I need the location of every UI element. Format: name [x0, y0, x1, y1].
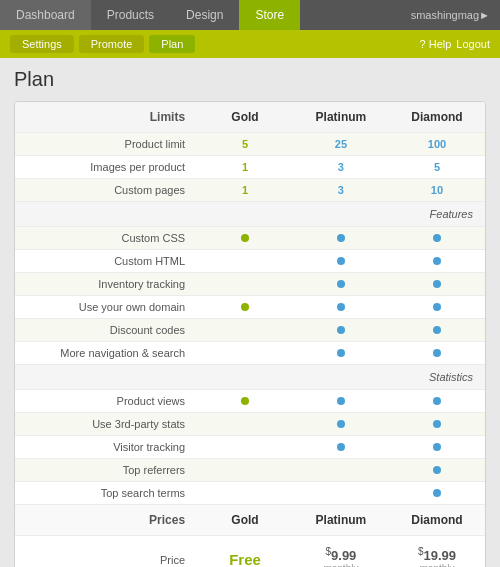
dot-icon [433, 466, 441, 474]
user-info: smashingmag ► [411, 0, 500, 30]
gold-price-header: Gold [197, 505, 293, 536]
nav-store[interactable]: Store [239, 0, 300, 30]
platinum-price-header: Platinum [293, 505, 389, 536]
dot-icon [433, 234, 441, 242]
gold-dot [197, 273, 293, 296]
help-button[interactable]: ? Help [420, 38, 452, 50]
diamond-value: 5 [389, 156, 485, 179]
row-label: Top referrers [15, 459, 197, 482]
row-label: Custom CSS [15, 227, 197, 250]
dot-icon [337, 443, 345, 451]
subnav-settings[interactable]: Settings [10, 35, 74, 53]
dot-icon [337, 349, 345, 357]
dot-icon [433, 349, 441, 357]
limits-section-label: Limits [15, 102, 197, 133]
diamond-dot [389, 436, 485, 459]
features-section-label: Features [15, 202, 485, 227]
subnav-plan[interactable]: Plan [149, 35, 195, 53]
dot-icon [337, 420, 345, 428]
logout-button[interactable]: Logout [456, 38, 490, 50]
dot-icon [241, 397, 249, 405]
diamond-dot [389, 459, 485, 482]
platinum-value: 3 [293, 156, 389, 179]
dot-icon [337, 280, 345, 288]
section-limits-header: Limits Gold Platinum Diamond [15, 102, 485, 133]
diamond-price-header: Diamond [389, 505, 485, 536]
table-row: Product views [15, 390, 485, 413]
gold-value: 5 [197, 133, 293, 156]
diamond-dot [389, 319, 485, 342]
table-row: Use 3rd-party stats [15, 413, 485, 436]
dot-icon [337, 326, 345, 334]
gold-dot [197, 296, 293, 319]
diamond-value: 100 [389, 133, 485, 156]
nav-products[interactable]: Products [91, 0, 170, 30]
table-row: Top referrers [15, 459, 485, 482]
gold-price: Free [197, 536, 293, 568]
page-title: Plan [14, 68, 486, 91]
nav-design[interactable]: Design [170, 0, 239, 30]
table-row: Discount codes [15, 319, 485, 342]
row-label: Use your own domain [15, 296, 197, 319]
platinum-dot [293, 273, 389, 296]
page-content: Plan Limits Gold Platinum Diamond Produc… [0, 58, 500, 567]
dot-icon [433, 303, 441, 311]
platinum-period: monthly [301, 563, 381, 567]
free-price-label: Free [229, 551, 261, 567]
platinum-value: 25 [293, 133, 389, 156]
row-label: Product views [15, 390, 197, 413]
table-row: More navigation & search [15, 342, 485, 365]
subnav-promote[interactable]: Promote [79, 35, 145, 53]
diamond-dot [389, 413, 485, 436]
platinum-header: Platinum [293, 102, 389, 133]
dot-icon [433, 257, 441, 265]
dot-icon [337, 234, 345, 242]
platinum-price-display: $9.99 monthly [301, 550, 381, 567]
platinum-dot [293, 459, 389, 482]
diamond-dot [389, 227, 485, 250]
price-label: Price [15, 536, 197, 568]
gold-dot [197, 482, 293, 505]
table-row: Top search terms [15, 482, 485, 505]
row-label: More navigation & search [15, 342, 197, 365]
platinum-value: 3 [293, 179, 389, 202]
diamond-dot [389, 390, 485, 413]
dot-icon [241, 234, 249, 242]
platinum-dot [293, 436, 389, 459]
price-row: Price Free $9.99 monthly $19.99 monthly [15, 536, 485, 568]
dot-icon [337, 257, 345, 265]
dot-icon [433, 326, 441, 334]
section-features-header: Features [15, 202, 485, 227]
dot-icon [433, 280, 441, 288]
dot-icon [433, 443, 441, 451]
diamond-price: $19.99 monthly [389, 536, 485, 568]
table-row: Custom pages 1 3 10 [15, 179, 485, 202]
row-label: Custom HTML [15, 250, 197, 273]
dot-icon [337, 397, 345, 405]
nav-dashboard[interactable]: Dashboard [0, 0, 91, 30]
table-row: Visitor tracking [15, 436, 485, 459]
gold-dot [197, 413, 293, 436]
platinum-dot [293, 413, 389, 436]
gold-dot [197, 319, 293, 342]
diamond-dot [389, 342, 485, 365]
row-label: Images per product [15, 156, 197, 179]
table-row: Custom HTML [15, 250, 485, 273]
sub-nav: Settings Promote Plan ? Help Logout [0, 30, 500, 58]
sub-nav-utilities: ? Help Logout [420, 38, 490, 50]
gold-header: Gold [197, 102, 293, 133]
dot-icon [433, 397, 441, 405]
row-label: Inventory tracking [15, 273, 197, 296]
gold-dot [197, 227, 293, 250]
platinum-dot [293, 319, 389, 342]
platinum-dot [293, 296, 389, 319]
username: smashingmag [411, 9, 479, 21]
gold-dot [197, 436, 293, 459]
statistics-section-label: Statistics [15, 365, 485, 390]
arrow-icon: ► [479, 9, 490, 21]
diamond-dot [389, 482, 485, 505]
platinum-amount: 9.99 [331, 548, 356, 563]
diamond-amount: 19.99 [423, 548, 456, 563]
diamond-header: Diamond [389, 102, 485, 133]
gold-dot [197, 459, 293, 482]
